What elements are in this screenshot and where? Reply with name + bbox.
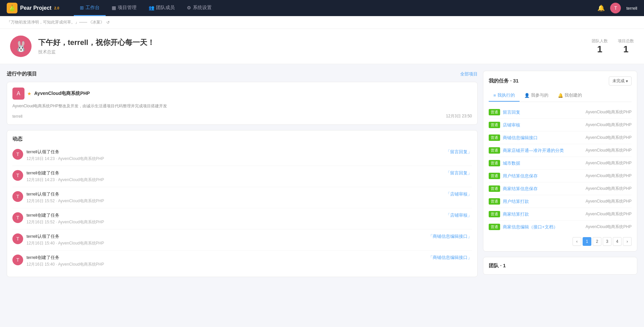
chevron-down-icon: ▾ bbox=[626, 79, 628, 84]
task-badge: 普通 bbox=[489, 224, 500, 230]
project-name: AyvenCloud电商系统PHP bbox=[34, 91, 90, 97]
tab-my-participating[interactable]: 👤 我参与的 bbox=[520, 90, 553, 102]
task-badge: 普通 bbox=[489, 147, 500, 154]
task-badge: 普通 bbox=[489, 198, 500, 205]
task-project: AyvenCloud电商系统PHP bbox=[586, 135, 632, 141]
tab-system-settings[interactable]: ⚙ 系统设置 bbox=[181, 0, 218, 16]
team-title: 团队 · 1 bbox=[489, 263, 632, 269]
tab-workbench-label: 工作台 bbox=[86, 5, 100, 11]
tab-team-members[interactable]: 👥 团队成员 bbox=[143, 0, 181, 16]
tasks-card: 我的任务 · 31 未完成 ▾ ≡ 我执行的 👤 我参与的 � bbox=[483, 71, 637, 252]
task-project: AyvenCloud电商系统PHP bbox=[586, 109, 632, 115]
activity-tag[interactable]: 「商铺信息编辑接口」 bbox=[428, 255, 472, 261]
activity-item: T terrell创建了任务 12月16日 15:40 · AyvenCloud… bbox=[12, 251, 472, 271]
star-icon[interactable]: ★ bbox=[27, 91, 32, 96]
tab-my-executing-label: 我执行的 bbox=[497, 92, 515, 98]
task-name[interactable]: 商家店铺开通—准许开通的分类 bbox=[503, 148, 583, 154]
tab-team-members-label: 团队成员 bbox=[156, 5, 175, 11]
task-name[interactable]: 商铺信息编辑接口 bbox=[503, 135, 583, 141]
team-icon: 👥 bbox=[149, 5, 154, 10]
task-badge: 普通 bbox=[489, 122, 500, 128]
notification-bell[interactable]: 🔔 bbox=[597, 4, 605, 12]
projects-section: 进行中的项目 全部项目 A ★ AyvenCloud电商系统PHP AyvenC… bbox=[7, 71, 478, 125]
tab-my-created[interactable]: 🔔 我创建的 bbox=[553, 90, 587, 102]
project-footer: terrell 12月3日 23:50 bbox=[12, 113, 472, 119]
activity-content: terrell创建了任务 12月16日 15:52 · AyvenCloud电商… bbox=[26, 212, 442, 225]
tab-project-mgmt[interactable]: ▦ 项目管理 bbox=[106, 0, 143, 16]
task-badge: 普通 bbox=[489, 185, 500, 192]
page-2-btn[interactable]: 2 bbox=[593, 237, 601, 246]
all-projects-link[interactable]: 全部项目 bbox=[460, 71, 478, 77]
project-avatar: A bbox=[12, 88, 24, 100]
activity-time: 12月16日 15:52 · AyvenCloud电商系统PHP bbox=[26, 198, 442, 204]
activity-list: T terrell认领了任务 12月18日 14:23 · AyvenCloud… bbox=[12, 145, 472, 271]
hero-section: 🐰 下午好，terrell，祝你开心每一天！ 技术总监 团队人数 1 项目总数 … bbox=[0, 29, 644, 64]
activity-tag[interactable]: 「留言回复」 bbox=[446, 170, 472, 176]
filter-label: 未完成 bbox=[612, 78, 625, 84]
activities-title: 动态 bbox=[12, 136, 472, 142]
page-1-btn[interactable]: 1 bbox=[583, 237, 591, 246]
activity-item: T terrell认领了任务 12月16日 15:52 · AyvenCloud… bbox=[12, 187, 472, 208]
activity-tag[interactable]: 「商铺信息编辑接口」 bbox=[428, 233, 472, 239]
task-row: 普通 用户结算打款 AyvenCloud电商系统PHP bbox=[489, 195, 632, 208]
task-project: AyvenCloud电商系统PHP bbox=[586, 211, 632, 217]
task-name[interactable]: 商家信息编辑（接口+文档） bbox=[503, 224, 583, 230]
task-name[interactable]: 用户结算打款 bbox=[503, 199, 583, 205]
workbench-icon: ⊞ bbox=[80, 5, 84, 10]
task-badge: 普通 bbox=[489, 134, 500, 141]
next-page-btn[interactable]: › bbox=[623, 237, 632, 246]
tab-my-created-label: 我创建的 bbox=[565, 92, 582, 98]
task-badge: 普通 bbox=[489, 211, 500, 217]
activity-avatar: T bbox=[12, 191, 23, 202]
task-project: AyvenCloud电商系统PHP bbox=[586, 160, 632, 166]
hero-greeting: 下午好，terrell，祝你开心每一天！ bbox=[38, 38, 585, 48]
task-project: AyvenCloud电商系统PHP bbox=[586, 199, 632, 204]
tab-workbench[interactable]: ⊞ 工作台 bbox=[74, 0, 106, 16]
tasks-count: · 31 bbox=[510, 78, 519, 84]
activity-tag[interactable]: 「留言回复」 bbox=[446, 149, 472, 155]
activity-time: 12月16日 15:52 · AyvenCloud电商系统PHP bbox=[26, 219, 442, 225]
task-name[interactable]: 用户结算信息保存 bbox=[503, 173, 583, 179]
tab-project-mgmt-label: 项目管理 bbox=[118, 5, 137, 11]
task-badge: 普通 bbox=[489, 173, 500, 179]
activity-avatar: T bbox=[12, 212, 23, 223]
project-description: AyvenCloud电商系统PHP整改及开发，由诚示生活通项目代码整理并完成项目… bbox=[12, 103, 472, 109]
tab-my-executing[interactable]: ≡ 我执行的 bbox=[489, 90, 520, 102]
hero-role: 技术总监 bbox=[38, 49, 585, 55]
activity-time: 12月18日 14:23 · AyvenCloud电商系统PHP bbox=[26, 156, 442, 162]
activity-action: terrell创建了任务 bbox=[26, 170, 442, 176]
activity-item: T terrell创建了任务 12月18日 14:23 · AyvenCloud… bbox=[12, 166, 472, 187]
task-name[interactable]: 商家结算打款 bbox=[503, 211, 583, 217]
logo-text: Pear Project bbox=[20, 5, 51, 11]
task-row: 普通 商铺信息编辑接口 AyvenCloud电商系统PHP bbox=[489, 131, 632, 144]
navbar: 🍐 Pear Project 2.0 ⊞ 工作台 ▦ 项目管理 👥 团队成员 ⚙… bbox=[0, 0, 644, 16]
activity-time: 12月16日 15:40 · AyvenCloud电商系统PHP bbox=[26, 240, 425, 246]
activity-time: 12月16日 15:40 · AyvenCloud电商系统PHP bbox=[26, 262, 425, 267]
activity-tag[interactable]: 「店铺审核」 bbox=[446, 191, 472, 197]
project-author: terrell bbox=[12, 114, 22, 119]
task-name[interactable]: 店铺审核 bbox=[503, 122, 583, 128]
page-3-btn[interactable]: 3 bbox=[603, 237, 611, 246]
task-badge: 普通 bbox=[489, 160, 500, 166]
activity-content: terrell认领了任务 12月16日 15:52 · AyvenCloud电商… bbox=[26, 191, 442, 204]
activity-tag[interactable]: 「店铺审核」 bbox=[446, 212, 472, 218]
task-name[interactable]: 城市数据 bbox=[503, 160, 583, 166]
task-row: 普通 城市数据 AyvenCloud电商系统PHP bbox=[489, 157, 632, 170]
task-name[interactable]: 商家结算信息保存 bbox=[503, 186, 583, 192]
task-project: AyvenCloud电商系统PHP bbox=[586, 186, 632, 192]
activities-section: 动态 T terrell认领了任务 12月18日 14:23 · AyvenCl… bbox=[7, 130, 478, 277]
activity-action: terrell创建了任务 bbox=[26, 255, 425, 261]
username: terrell bbox=[626, 6, 637, 11]
activity-content: terrell认领了任务 12月18日 14:23 · AyvenCloud电商… bbox=[26, 149, 442, 162]
activity-item: T terrell认领了任务 12月18日 14:23 · AyvenCloud… bbox=[12, 145, 472, 166]
task-project: AyvenCloud电商系统PHP bbox=[586, 122, 632, 128]
page-4-btn[interactable]: 4 bbox=[613, 237, 622, 246]
hero-text: 下午好，terrell，祝你开心每一天！ 技术总监 bbox=[38, 38, 585, 55]
prev-page-btn[interactable]: ‹ bbox=[573, 237, 581, 246]
refresh-icon[interactable]: ↺ bbox=[106, 20, 110, 25]
activity-avatar: T bbox=[12, 255, 23, 265]
quote-text: 『万物初发清净明，可知此芽成何草。』—— 《冰菓》 bbox=[7, 19, 104, 25]
task-name[interactable]: 留言回复 bbox=[503, 109, 583, 115]
team-count-label: 团队人数 bbox=[592, 38, 608, 44]
tasks-filter-dropdown[interactable]: 未完成 ▾ bbox=[609, 76, 632, 86]
